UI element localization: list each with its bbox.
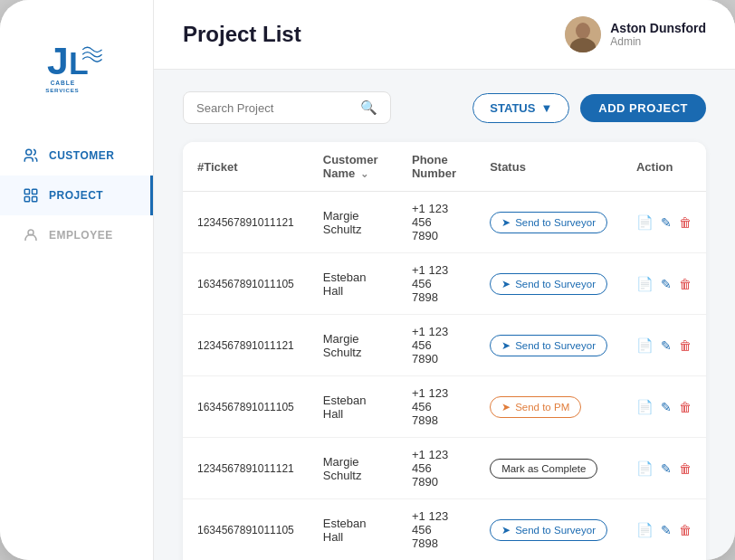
send-icon: ➤ <box>501 278 511 290</box>
svg-text:L: L <box>69 45 89 81</box>
svg-point-11 <box>576 23 590 39</box>
col-action: Action <box>622 142 706 192</box>
action-cell: 📄 ✎ 🗑 <box>622 438 706 499</box>
edit-icon[interactable]: ✎ <box>661 277 672 291</box>
sidebar-project-label: PROJECT <box>49 189 103 202</box>
sidebar-item-customer[interactable]: CUSTOMER <box>0 136 153 176</box>
avatar <box>565 16 601 52</box>
content-area: 🔍 STATUS ▼ ADD PROJECT #Ticket Cu <box>154 70 735 560</box>
edit-icon[interactable]: ✎ <box>661 523 672 537</box>
page-header: Project List Aston Dunsford Admin <box>154 0 735 70</box>
sort-icon[interactable]: ⌄ <box>360 168 368 179</box>
customer-name-cell: Margie Schultz <box>309 438 397 499</box>
app-logo: J L CABLE SERVICES <box>41 27 113 100</box>
svg-text:CABLE: CABLE <box>50 80 74 86</box>
customer-name-cell: Esteban Hall <box>309 253 397 315</box>
status-cell: ➤ Send to PM <box>475 376 622 438</box>
action-cell: 📄 ✎ 🗑 <box>622 253 706 315</box>
user-info: Aston Dunsford Admin <box>565 16 706 52</box>
table-row: 1634567891011105 Esteban Hall +1 123 456… <box>183 376 706 438</box>
table-header-row: #Ticket Customer Name ⌄ Phone Number Sta… <box>183 142 706 192</box>
action-cell: 📄 ✎ 🗑 <box>622 192 706 253</box>
delete-icon[interactable]: 🗑 <box>679 461 692 476</box>
svg-rect-5 <box>24 189 29 194</box>
delete-icon[interactable]: 🗑 <box>679 338 692 353</box>
edit-icon[interactable]: ✎ <box>661 215 672 230</box>
phone-cell: +1 123 456 7898 <box>397 376 475 438</box>
chevron-down-icon: ▼ <box>540 101 552 115</box>
edit-icon[interactable]: ✎ <box>661 338 672 353</box>
delete-icon[interactable]: 🗑 <box>679 215 692 230</box>
status-badge[interactable]: ➤ Send to Surveyor <box>490 335 607 356</box>
delete-icon[interactable]: 🗑 <box>679 277 692 291</box>
ticket-cell: 1634567891011105 <box>183 376 309 438</box>
sidebar: J L CABLE SERVICES <box>0 0 154 560</box>
svg-text:SERVICES: SERVICES <box>45 87 79 93</box>
status-badge[interactable]: ➤ Send to Surveyor <box>490 212 607 233</box>
user-name: Aston Dunsford <box>610 21 706 35</box>
phone-cell: +1 123 456 7890 <box>397 315 475 376</box>
send-icon: ➤ <box>501 216 511 229</box>
action-cell: 📄 ✎ 🗑 <box>622 376 706 438</box>
phone-cell: +1 123 456 7890 <box>397 192 475 253</box>
phone-cell: +1 123 456 7898 <box>397 499 475 561</box>
delete-icon[interactable]: 🗑 <box>679 400 692 414</box>
page-title: Project List <box>183 22 301 47</box>
status-cell: ➤ Send to Surveyor <box>475 499 622 561</box>
ticket-cell: 1634567891011105 <box>183 499 309 561</box>
svg-rect-8 <box>33 197 37 202</box>
send-icon: ➤ <box>501 401 511 413</box>
sidebar-item-project[interactable]: PROJECT <box>0 176 153 215</box>
col-phone: Phone Number <box>397 142 475 192</box>
logo-area: J L CABLE SERVICES <box>32 18 122 109</box>
pdf-icon[interactable]: 📄 <box>636 460 654 477</box>
sidebar-customer-label: CUSTOMER <box>49 149 114 162</box>
send-icon: ➤ <box>501 339 511 352</box>
toolbar: 🔍 STATUS ▼ ADD PROJECT <box>183 91 706 124</box>
ticket-cell: 1234567891011121 <box>183 192 309 253</box>
ticket-cell: 1234567891011121 <box>183 315 309 376</box>
col-customer: Customer Name ⌄ <box>309 142 397 192</box>
status-cell: Mark as Complete <box>475 438 622 499</box>
edit-icon[interactable]: ✎ <box>661 400 672 414</box>
status-badge[interactable]: ➤ Send to Surveyor <box>490 519 607 541</box>
search-box[interactable]: 🔍 <box>183 91 391 124</box>
project-table: #Ticket Customer Name ⌄ Phone Number Sta… <box>183 142 706 560</box>
status-cell: ➤ Send to Surveyor <box>475 315 622 376</box>
pdf-icon[interactable]: 📄 <box>636 399 654 415</box>
ticket-cell: 1634567891011105 <box>183 253 309 315</box>
status-badge[interactable]: Mark as Complete <box>490 459 597 479</box>
table-row: 1234567891011121 Margie Schultz +1 123 4… <box>183 192 706 253</box>
col-status: Status <box>475 142 622 192</box>
status-cell: ➤ Send to Surveyor <box>475 192 622 253</box>
employee-icon <box>22 226 40 244</box>
status-badge[interactable]: ➤ Send to Surveyor <box>490 273 607 295</box>
customer-name-cell: Esteban Hall <box>309 499 397 561</box>
status-badge[interactable]: ➤ Send to PM <box>490 396 581 418</box>
svg-point-4 <box>26 149 32 155</box>
svg-rect-7 <box>24 197 29 202</box>
table-row: 1634567891011105 Esteban Hall +1 123 456… <box>183 499 706 561</box>
sidebar-item-employee[interactable]: EMPLOYEE <box>0 215 153 255</box>
pdf-icon[interactable]: 📄 <box>636 522 654 538</box>
pdf-icon[interactable]: 📄 <box>636 276 654 292</box>
project-icon <box>22 186 40 204</box>
svg-text:J: J <box>47 39 69 82</box>
search-input[interactable] <box>196 101 353 115</box>
status-filter-button[interactable]: STATUS ▼ <box>472 93 569 123</box>
table-row: 1234567891011121 Margie Schultz +1 123 4… <box>183 438 706 499</box>
pdf-icon[interactable]: 📄 <box>636 337 654 354</box>
delete-icon[interactable]: 🗑 <box>679 523 692 537</box>
edit-icon[interactable]: ✎ <box>661 461 672 476</box>
user-role: Admin <box>610 35 706 48</box>
col-ticket: #Ticket <box>183 142 309 192</box>
search-icon: 🔍 <box>360 100 377 116</box>
ticket-cell: 1234567891011121 <box>183 438 309 499</box>
main-content: Project List Aston Dunsford Admin <box>154 0 735 560</box>
people-icon <box>22 147 40 165</box>
pdf-icon[interactable]: 📄 <box>636 214 654 231</box>
add-project-button[interactable]: ADD PROJECT <box>580 94 706 122</box>
action-cell: 📄 ✎ 🗑 <box>622 499 706 561</box>
send-icon: ➤ <box>501 524 511 536</box>
customer-name-cell: Margie Schultz <box>309 192 397 253</box>
